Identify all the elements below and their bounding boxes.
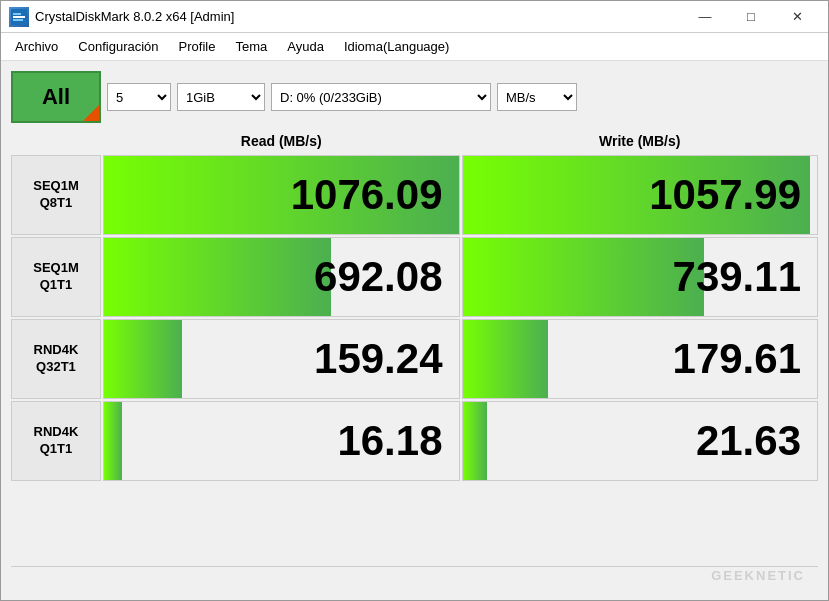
menu-idioma[interactable]: Idioma(Language): [334, 35, 460, 58]
close-button[interactable]: ✕: [774, 1, 820, 33]
main-content: All 5 1 3 9 1GiB 16MiB 32MiB 64MiB 128Mi…: [1, 61, 828, 600]
menu-profile[interactable]: Profile: [169, 35, 226, 58]
row-read-1: 692.08: [103, 237, 460, 317]
row-read-2: 159.24: [103, 319, 460, 399]
app-icon: [9, 7, 29, 27]
app-window: CrystalDiskMark 8.0.2 x64 [Admin] — □ ✕ …: [0, 0, 829, 601]
drive-select[interactable]: D: 0% (0/233GiB): [271, 83, 491, 111]
row-write-1: 739.11: [462, 237, 819, 317]
row-label-0: SEQ1MQ8T1: [11, 155, 101, 235]
status-bar: [11, 566, 818, 590]
unit-select[interactable]: MB/s GB/s IOPS μs: [497, 83, 577, 111]
table-header: Read (MB/s) Write (MB/s): [11, 129, 818, 153]
benchmark-table: Read (MB/s) Write (MB/s) SEQ1MQ8T1 1076.…: [11, 129, 818, 562]
svg-rect-2: [13, 13, 21, 15]
table-row: RND4KQ32T1 159.24 179.61: [11, 319, 818, 399]
window-controls: — □ ✕: [682, 1, 820, 33]
header-write: Write (MB/s): [462, 129, 819, 153]
count-select[interactable]: 5 1 3 9: [107, 83, 171, 111]
row-read-0: 1076.09: [103, 155, 460, 235]
svg-rect-1: [13, 16, 25, 18]
menu-bar: Archivo Configuración Profile Tema Ayuda…: [1, 33, 828, 61]
table-row: SEQ1MQ1T1 692.08 739.11: [11, 237, 818, 317]
row-label-2: RND4KQ32T1: [11, 319, 101, 399]
table-row: SEQ1MQ8T1 1076.09 1057.99: [11, 155, 818, 235]
header-read: Read (MB/s): [103, 129, 460, 153]
title-bar: CrystalDiskMark 8.0.2 x64 [Admin] — □ ✕: [1, 1, 828, 33]
size-select[interactable]: 1GiB 16MiB 32MiB 64MiB 128MiB 256MiB 512…: [177, 83, 265, 111]
all-button[interactable]: All: [11, 71, 101, 123]
svg-rect-3: [13, 19, 23, 21]
window-title: CrystalDiskMark 8.0.2 x64 [Admin]: [35, 9, 682, 24]
row-write-2: 179.61: [462, 319, 819, 399]
menu-ayuda[interactable]: Ayuda: [277, 35, 334, 58]
minimize-button[interactable]: —: [682, 1, 728, 33]
menu-archivo[interactable]: Archivo: [5, 35, 68, 58]
maximize-button[interactable]: □: [728, 1, 774, 33]
header-empty: [11, 129, 101, 153]
row-write-0: 1057.99: [462, 155, 819, 235]
row-label-3: RND4KQ1T1: [11, 401, 101, 481]
row-read-3: 16.18: [103, 401, 460, 481]
menu-tema[interactable]: Tema: [225, 35, 277, 58]
controls-row: All 5 1 3 9 1GiB 16MiB 32MiB 64MiB 128Mi…: [11, 71, 818, 123]
row-label-1: SEQ1MQ1T1: [11, 237, 101, 317]
row-write-3: 21.63: [462, 401, 819, 481]
table-row: RND4KQ1T1 16.18 21.63: [11, 401, 818, 481]
menu-configuracion[interactable]: Configuración: [68, 35, 168, 58]
